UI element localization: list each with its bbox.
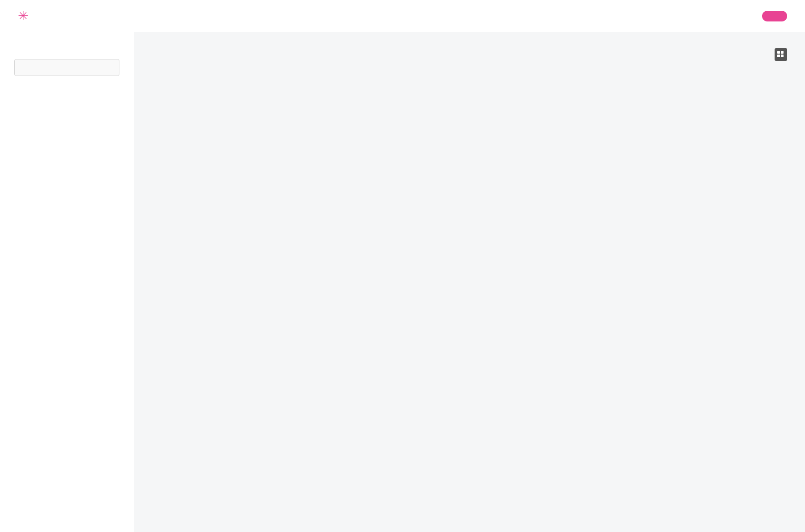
logo-icon: ✳ [18, 10, 28, 22]
svg-rect-3 [781, 55, 784, 57]
navbar: ✳ [0, 0, 805, 32]
svg-rect-1 [781, 51, 784, 54]
main-content [134, 32, 805, 532]
nav-links [673, 11, 787, 21]
search-input[interactable] [14, 59, 119, 76]
view-mode-icon[interactable] [775, 48, 787, 61]
logo[interactable]: ✳ [18, 10, 31, 22]
svg-rect-0 [777, 51, 780, 54]
svg-rect-2 [777, 55, 780, 57]
main-header [152, 48, 787, 61]
pricing-button[interactable] [762, 11, 787, 21]
sidebar [0, 32, 134, 532]
page-container [0, 32, 805, 532]
view-mode [770, 48, 787, 61]
